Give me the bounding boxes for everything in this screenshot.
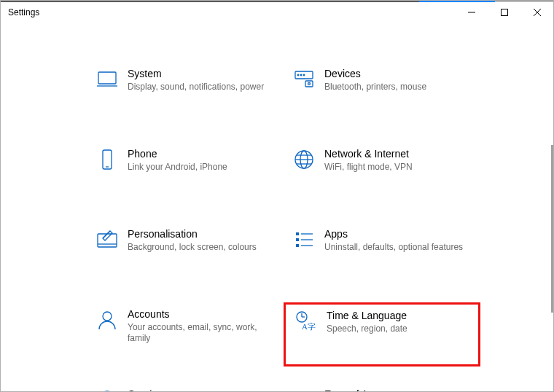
tile-apps[interactable]: Apps Uninstall, defaults, optional featu… [284, 221, 480, 286]
tile-phone[interactable]: Phone Link your Android, iPhone [87, 141, 284, 206]
tile-title: Accounts [128, 307, 270, 321]
maximize-icon [501, 9, 508, 16]
personalisation-icon [87, 225, 128, 282]
svg-rect-23 [296, 238, 299, 241]
tile-title: Devices [324, 67, 467, 80]
tile-personalisation[interactable]: Personalisation Background, lock screen,… [87, 221, 284, 286]
svg-rect-24 [296, 244, 299, 247]
tile-subtitle: Link your Android, iPhone [128, 162, 270, 173]
scrollbar[interactable] [551, 145, 553, 313]
tile-subtitle: Speech, region, date [327, 324, 467, 334]
svg-point-10 [300, 74, 302, 76]
svg-point-11 [303, 74, 305, 76]
close-button[interactable] [520, 1, 553, 23]
tile-subtitle: Bluetooth, printers, mouse [324, 82, 467, 93]
svg-rect-22 [296, 232, 299, 235]
svg-text:字: 字 [308, 322, 316, 331]
window-controls [455, 1, 553, 23]
title-accent [419, 1, 495, 2]
tile-subtitle: WiFi, flight mode, VPN [324, 162, 467, 173]
svg-point-9 [297, 74, 299, 76]
tile-subtitle: Display, sound, notifications, power [128, 82, 270, 93]
tile-title: System [128, 67, 270, 80]
content-area: System Display, sound, notifications, po… [1, 24, 553, 391]
svg-rect-7 [305, 81, 313, 87]
accounts-icon [87, 305, 128, 362]
tile-title: Time & Language [327, 309, 467, 322]
phone-icon [87, 145, 128, 202]
svg-rect-12 [103, 150, 112, 169]
maximize-button[interactable] [488, 1, 520, 23]
ease-of-access-icon [284, 385, 324, 391]
tile-accounts[interactable]: Accounts Your accounts, email, sync, wor… [87, 301, 284, 366]
tile-gaming[interactable]: Gaming [87, 381, 284, 391]
tile-ease-of-access[interactable]: Ease of Access [284, 381, 480, 391]
tile-subtitle: Uninstall, defaults, optional features [324, 242, 467, 253]
tile-network[interactable]: Network & Internet WiFi, flight mode, VP… [284, 141, 480, 206]
tile-subtitle: Background, lock screen, colours [128, 242, 270, 253]
minimize-button[interactable] [455, 1, 488, 23]
tile-title: Apps [324, 227, 467, 240]
network-icon [284, 145, 324, 202]
tile-title: Gaming [128, 388, 270, 391]
time-language-icon: A 字 [286, 307, 327, 362]
settings-window: Settings System D [0, 0, 554, 392]
tile-title: Network & Internet [324, 147, 467, 160]
tile-subtitle: Your accounts, email, sync, work, family [128, 322, 270, 344]
tile-title: Personalisation [128, 227, 270, 240]
svg-rect-1 [501, 9, 507, 16]
close-icon [534, 9, 541, 16]
tile-system[interactable]: System Display, sound, notifications, po… [87, 60, 284, 126]
minimize-icon [468, 9, 475, 16]
gaming-icon [87, 385, 128, 391]
svg-text:A: A [302, 322, 308, 331]
apps-icon [284, 225, 324, 282]
window-title: Settings [8, 7, 39, 17]
tile-time-language[interactable]: A 字 Time & Language Speech, region, date [284, 302, 480, 366]
tile-devices[interactable]: Devices Bluetooth, printers, mouse [284, 60, 480, 126]
settings-grid: System Display, sound, notifications, po… [1, 24, 553, 391]
svg-rect-4 [98, 72, 116, 84]
svg-rect-19 [98, 234, 117, 247]
title-bar: Settings [1, 1, 553, 23]
tile-title: Ease of Access [324, 388, 467, 391]
svg-point-28 [103, 312, 112, 321]
tile-title: Phone [128, 147, 270, 160]
system-icon [87, 65, 128, 122]
devices-icon [284, 65, 324, 122]
svg-point-8 [308, 83, 311, 85]
